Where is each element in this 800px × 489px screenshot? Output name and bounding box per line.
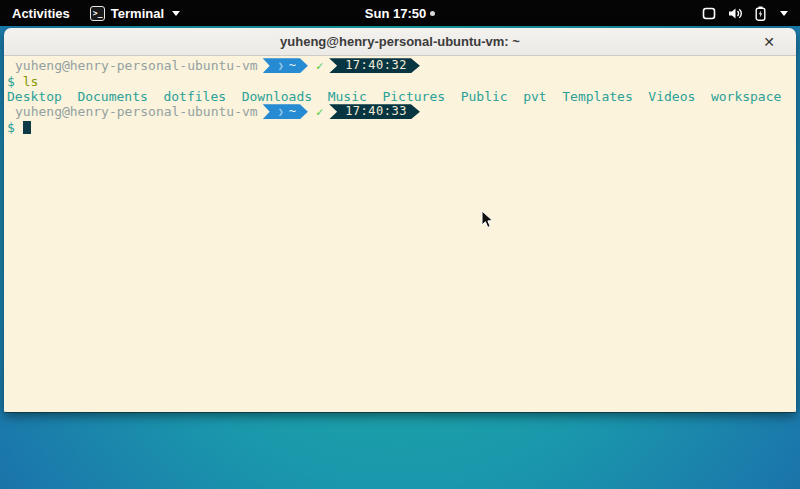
- notification-dot-icon: [430, 11, 435, 16]
- activities-button[interactable]: Activities: [0, 0, 82, 26]
- powerline-separator-icon: ❯: [278, 104, 284, 119]
- chevron-down-icon: [172, 11, 180, 16]
- status-check-icon: ✓: [316, 59, 323, 73]
- system-tray[interactable]: [690, 0, 800, 26]
- battery-charging-icon: [755, 6, 766, 21]
- screen-icon: [702, 7, 716, 20]
- terminal-icon: >_: [90, 6, 105, 21]
- powerline-time-segment: 17:40:32: [329, 58, 420, 73]
- status-check-icon: ✓: [316, 105, 323, 119]
- directory-name: Videos: [648, 89, 695, 104]
- prompt-path: ~: [289, 58, 296, 73]
- terminal-cursor: [23, 121, 31, 134]
- terminal-content[interactable]: yuheng@henry-personal-ubuntu-vm ❯ ~ ✓ 17…: [4, 56, 796, 413]
- command-line: $ ls: [7, 73, 793, 88]
- chevron-down-icon: [780, 11, 788, 16]
- typed-command: ls: [23, 74, 39, 89]
- window-titlebar[interactable]: yuheng@henry-personal-ubuntu-vm: ~ ✕: [4, 28, 796, 56]
- directory-name: Pictures: [382, 89, 445, 104]
- current-input-line: $: [7, 120, 793, 135]
- powerline-path-segment: ❯ ~: [263, 104, 308, 119]
- ls-output-line: Desktop Documents dotfiles Downloads Mus…: [7, 89, 793, 104]
- prompt-symbol: $: [7, 74, 15, 89]
- terminal-window: yuheng@henry-personal-ubuntu-vm: ~ ✕ yuh…: [4, 28, 796, 413]
- close-button[interactable]: ✕: [760, 33, 778, 51]
- powerline-path-segment: ❯ ~: [263, 58, 308, 73]
- directory-name: Public: [461, 89, 508, 104]
- directory-name: pvt: [523, 89, 546, 104]
- top-bar: Activities >_ Terminal Sun 17:50: [0, 0, 800, 26]
- directory-name: workspace: [711, 89, 781, 104]
- directory-name: Music: [328, 89, 367, 104]
- powerline-separator-icon: ❯: [278, 58, 284, 73]
- directory-name: Downloads: [242, 89, 312, 104]
- terminal-app-menu[interactable]: >_ Terminal: [82, 0, 188, 26]
- directory-name: Templates: [562, 89, 632, 104]
- directory-name: Desktop: [7, 89, 62, 104]
- directory-name: dotfiles: [163, 89, 226, 104]
- window-title: yuheng@henry-personal-ubuntu-vm: ~: [280, 34, 520, 49]
- prompt-path: ~: [289, 104, 296, 119]
- volume-icon: [728, 7, 743, 20]
- prompt-symbol: $: [7, 120, 15, 135]
- clock[interactable]: Sun 17:50: [365, 6, 426, 21]
- directory-name: Documents: [77, 89, 147, 104]
- prompt-line-1: yuheng@henry-personal-ubuntu-vm ❯ ~ ✓ 17…: [7, 58, 793, 73]
- prompt-user: yuheng@henry-personal-ubuntu-vm: [15, 58, 258, 73]
- prompt-user: yuheng@henry-personal-ubuntu-vm: [15, 104, 258, 119]
- prompt-line-2: yuheng@henry-personal-ubuntu-vm ❯ ~ ✓ 17…: [7, 104, 793, 119]
- powerline-time-segment: 17:40:33: [329, 104, 420, 119]
- app-menu-label: Terminal: [111, 6, 164, 21]
